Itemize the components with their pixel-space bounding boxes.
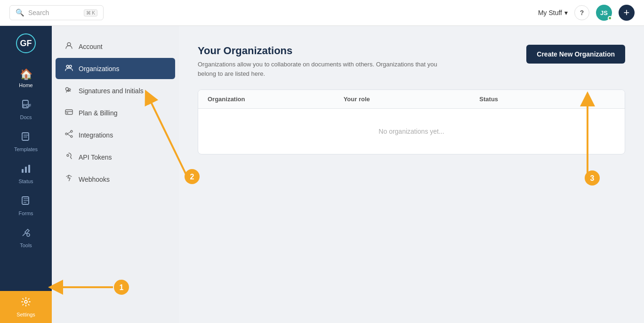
nav-label-billing: Plan & Billing	[79, 109, 118, 117]
sidebar-item-forms[interactable]: Forms	[0, 190, 52, 222]
table-header-role: Your role	[344, 96, 480, 103]
svg-point-22	[71, 130, 72, 132]
status-icon	[21, 163, 31, 177]
sidebar-label-templates: Templates	[14, 146, 38, 152]
signatures-icon	[65, 86, 73, 96]
account-icon	[65, 41, 73, 51]
sidebar-label-tools: Tools	[20, 242, 32, 248]
nav-item-account[interactable]: Account	[56, 36, 175, 57]
table-empty-message: No organizations yet...	[198, 109, 625, 154]
svg-rect-20	[66, 113, 68, 113]
svg-line-24	[67, 132, 71, 134]
svg-point-21	[65, 133, 67, 135]
help-icon: ?	[580, 9, 584, 16]
page-header-text: Your Organizations Organizations allow y…	[198, 45, 443, 78]
sidebar-item-tools[interactable]: Tools	[0, 222, 52, 254]
templates-icon	[21, 131, 31, 145]
nav-item-integrations[interactable]: Integrations	[56, 124, 175, 145]
topbar: 🔍 Search ⌘ K My Stuff ▾ ? JS +	[0, 0, 644, 26]
svg-rect-2	[22, 133, 29, 140]
sidebar-item-status[interactable]: Status	[0, 158, 52, 190]
svg-point-34	[585, 170, 600, 186]
nav-label-webhooks: Webhooks	[79, 176, 110, 183]
organizations-icon	[65, 64, 73, 73]
my-stuff-button[interactable]: My Stuff ▾	[538, 9, 568, 16]
main-content: Your Organizations Organizations allow y…	[179, 26, 644, 323]
help-button[interactable]: ?	[574, 5, 589, 20]
svg-point-12	[27, 234, 30, 236]
svg-line-28	[179, 97, 186, 174]
svg-point-15	[66, 65, 69, 68]
page-description: Organizations allow you to collaborate o…	[198, 60, 443, 78]
svg-point-26	[67, 154, 69, 156]
settings-icon	[21, 297, 31, 310]
sidebar-label-docs: Docs	[20, 114, 32, 120]
search-bar[interactable]: 🔍 Search ⌘ K	[9, 5, 104, 20]
page-header: Your Organizations Organizations allow y…	[198, 45, 625, 78]
nav-item-webhooks[interactable]: Webhooks	[56, 169, 175, 190]
sidebar-item-docs[interactable]: PDF Docs	[0, 94, 52, 126]
table-header: Organization Your role Status	[198, 90, 625, 109]
webhooks-icon	[65, 174, 73, 184]
svg-text:2: 2	[190, 173, 194, 181]
svg-text:3: 3	[590, 174, 595, 182]
avatar-initials: JS	[600, 9, 608, 16]
table-header-organization: Organization	[208, 96, 344, 103]
my-stuff-label: My Stuff	[538, 9, 562, 16]
nav-label-account: Account	[79, 43, 103, 50]
topbar-right: My Stuff ▾ ? JS +	[538, 5, 635, 21]
svg-rect-7	[28, 165, 30, 173]
nav-label-organizations: Organizations	[79, 65, 119, 73]
nav-item-organizations[interactable]: Organizations	[56, 58, 175, 79]
sidebar-item-home[interactable]: 🏠 Home	[0, 63, 52, 94]
page-title: Your Organizations	[198, 45, 443, 57]
logo: GF	[16, 33, 36, 53]
nav-label-api: API Tokens	[79, 153, 112, 161]
sidebar-item-settings[interactable]: Settings	[0, 291, 52, 323]
forms-icon	[21, 195, 31, 209]
svg-point-32	[185, 169, 200, 184]
table-header-status: Status	[479, 96, 615, 103]
logo-circle: GF	[16, 33, 36, 53]
svg-rect-18	[65, 110, 72, 114]
add-button[interactable]: +	[619, 5, 635, 21]
svg-text:PDF: PDF	[23, 103, 31, 108]
nav-item-api[interactable]: API Tokens	[56, 146, 175, 168]
logo-text: GF	[20, 39, 32, 48]
secondary-sidebar: Account Organizations	[52, 26, 179, 323]
svg-rect-5	[22, 169, 24, 173]
sidebar-label-status: Status	[18, 178, 33, 184]
home-icon: 🏠	[20, 68, 32, 81]
nav-item-signatures[interactable]: Signatures and Initials	[56, 80, 175, 101]
search-icon: 🔍	[16, 8, 24, 17]
nav-item-billing[interactable]: Plan & Billing	[56, 102, 175, 123]
sidebar: GF 🏠 Home PDF Docs	[0, 26, 52, 323]
billing-icon	[65, 108, 73, 118]
svg-rect-6	[25, 167, 27, 173]
search-kbd: ⌘ K	[84, 9, 97, 16]
nav-label-integrations: Integrations	[79, 131, 113, 139]
docs-icon: PDF	[21, 99, 31, 113]
svg-point-16	[69, 65, 72, 68]
plus-icon: +	[624, 7, 630, 19]
avatar[interactable]: JS	[596, 5, 612, 21]
api-icon	[65, 152, 73, 162]
create-organization-button[interactable]: Create New Organization	[526, 45, 625, 64]
chevron-down-icon: ▾	[564, 9, 568, 16]
svg-line-25	[67, 134, 71, 137]
online-dot	[608, 16, 612, 20]
sidebar-item-templates[interactable]: Templates	[0, 126, 52, 158]
sidebar-label-home: Home	[19, 82, 32, 88]
svg-point-23	[71, 136, 72, 137]
integrations-icon	[65, 130, 73, 140]
sidebar-label-settings: Settings	[16, 312, 35, 317]
search-label: Search	[28, 9, 49, 16]
organizations-table: Organization Your role Status No organiz…	[198, 89, 625, 154]
tools-icon	[21, 227, 31, 241]
svg-point-13	[24, 300, 27, 303]
nav-label-signatures: Signatures and Initials	[79, 87, 144, 95]
sidebar-label-forms: Forms	[18, 210, 33, 216]
layout: GF 🏠 Home PDF Docs	[0, 26, 644, 323]
